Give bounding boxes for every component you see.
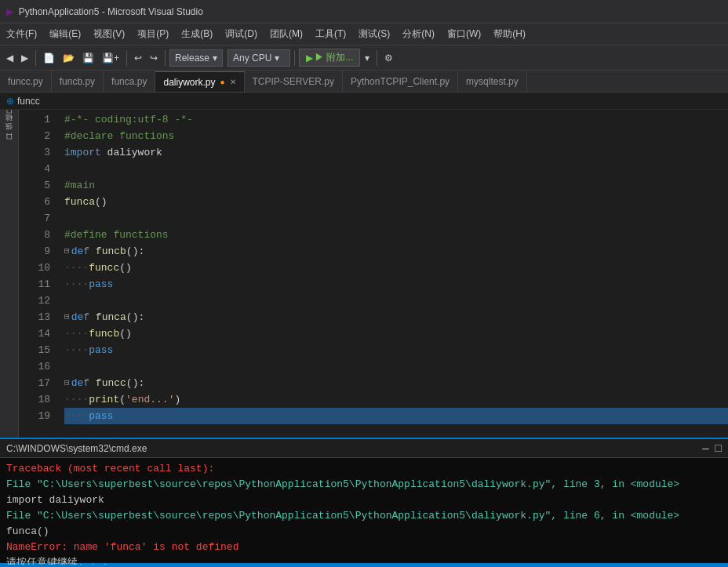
menu-item-help[interactable]: 帮助(H) <box>487 24 532 44</box>
terminal-panel: C:\WINDOWS\system32\cmd.exe — □ Tracebac… <box>0 438 728 563</box>
tab-daliywork-label: daliywork.py <box>163 77 215 88</box>
code-funcb-paren: () <box>119 325 132 342</box>
code-text-1: #-*- coding:utf-8 -*- <box>64 111 193 128</box>
tab-daliywork[interactable]: daliywork.py ● ✕ <box>155 71 244 92</box>
fold-icon-9[interactable]: ⊟ <box>64 243 70 260</box>
code-funcc-paren: () <box>119 260 132 276</box>
code-line-6: funca() <box>64 194 728 210</box>
menu-item-view[interactable]: 视图(V) <box>87 24 131 44</box>
line-num-2: 2 <box>19 128 50 144</box>
open-button[interactable]: 📂 <box>60 51 78 65</box>
platform-dropdown[interactable]: Any CPU ▾ <box>228 49 290 67</box>
separator-1 <box>35 50 36 66</box>
back-button[interactable]: ◀ <box>3 51 16 65</box>
menu-item-tools[interactable]: 工具(T) <box>309 24 352 44</box>
save-button[interactable]: 💾 <box>79 51 97 65</box>
menu-item-test[interactable]: 测试(S) <box>352 24 396 44</box>
menu-item-edit[interactable]: 编辑(E) <box>43 24 87 44</box>
tab-mysqltest-label: mysqltest.py <box>466 76 519 87</box>
tab-tcpip-server[interactable]: TCPIP-SERVER.py <box>245 71 343 92</box>
menu-item-build[interactable]: 生成(B) <box>175 24 219 44</box>
menu-item-window[interactable]: 窗口(W) <box>441 24 487 44</box>
code-line-19: ···· pass <box>64 408 728 424</box>
activity-text-2: 础 <box>4 126 14 127</box>
configuration-arrow: ▾ <box>213 53 217 64</box>
terminal-minimize-button[interactable]: — <box>702 442 708 455</box>
tab-funca[interactable]: funca.py <box>104 71 155 92</box>
separator-5 <box>377 50 377 66</box>
terminal-title: C:\WINDOWS\system32\cmd.exe <box>6 443 147 454</box>
line-numbers: 1 2 3 4 5 6 7 8 9 10 11 12 13 14 15 16 1… <box>19 110 58 438</box>
run-play-icon: ▶ <box>306 53 313 64</box>
code-editor[interactable]: #-*- coding:utf-8 -*- #declare functions… <box>58 110 728 438</box>
activity-bar: 口 础 强 口 <box>0 110 19 438</box>
code-import-kw: import <box>64 144 107 161</box>
tab-daliywork-close[interactable]: ✕ <box>230 78 236 86</box>
new-project-button[interactable]: 📄 <box>40 51 58 65</box>
platform-label: Any CPU <box>233 53 271 64</box>
fold-icon-13[interactable]: ⊟ <box>64 309 70 325</box>
code-funca-def: funca <box>96 309 126 325</box>
menu-item-team[interactable]: 团队(M) <box>264 24 309 44</box>
indent-18: ···· <box>64 391 89 408</box>
line-num-1: 1 <box>19 111 50 128</box>
attach-dropdown-button[interactable]: ▾ <box>362 51 373 65</box>
line-num-10: 10 <box>19 260 50 276</box>
code-funcb-call: funcb <box>89 325 119 342</box>
tab-funcc[interactable]: funcc.py <box>0 71 52 92</box>
tab-pythontcpip-client[interactable]: PythonTCPIP_Client.py <box>343 71 458 92</box>
code-line-17: ⊟ def funcc(): <box>64 375 728 391</box>
tab-funca-label: funca.py <box>111 76 147 87</box>
terminal-maximize-button[interactable]: □ <box>715 442 722 455</box>
code-funcc-sig: (): <box>126 375 144 391</box>
code-line-14: ···· funcb() <box>64 325 728 342</box>
tab-funcb[interactable]: funcb.py <box>52 71 104 92</box>
code-funcc-def: funcc <box>96 375 126 391</box>
code-line-7 <box>64 210 728 227</box>
menu-item-file[interactable]: 文件(F) <box>0 24 43 44</box>
code-print-paren-open: ( <box>119 391 126 408</box>
line-num-8: 8 <box>19 227 50 243</box>
save-all-button[interactable]: 💾+ <box>99 51 122 65</box>
terminal-title-bar: C:\WINDOWS\system32\cmd.exe — □ <box>0 439 728 458</box>
terminal-line-1: Traceback (most recent call last): <box>6 461 722 477</box>
editor-area: 口 础 强 口 1 2 3 4 5 6 7 8 9 10 11 12 13 14… <box>0 110 728 438</box>
code-def-9: def <box>71 243 96 260</box>
separator-2 <box>126 50 127 66</box>
toolbar: ◀ ▶ 📄 📂 💾 💾+ ↩ ↪ Release ▾ Any CPU ▾ ▶ ▶… <box>0 45 728 71</box>
menu-item-analyze[interactable]: 分析(N) <box>396 24 441 44</box>
activity-text-3: 强 <box>4 135 14 136</box>
redo-button[interactable]: ↪ <box>147 51 161 65</box>
terminal-line-3: import daliywork <box>6 492 722 508</box>
tab-funcc-label: funcc.py <box>8 76 43 87</box>
code-line-15: ···· pass <box>64 342 728 358</box>
code-funcb-sig: (): <box>126 243 144 260</box>
fold-icon-17[interactable]: ⊟ <box>64 375 70 391</box>
code-line-12 <box>64 293 728 309</box>
line-num-3: 3 <box>19 144 50 161</box>
forward-button[interactable]: ▶ <box>18 51 31 65</box>
run-label: ▶ 附加... <box>315 51 353 64</box>
code-funca-paren: () <box>95 194 107 210</box>
code-funca-call: funca <box>64 194 95 210</box>
extra-button[interactable]: ⚙ <box>381 51 396 65</box>
run-button[interactable]: ▶ ▶ 附加... <box>299 49 360 67</box>
indent-19: ···· <box>64 408 89 424</box>
code-line-8: #define functions <box>64 227 728 243</box>
configuration-label: Release <box>175 53 209 64</box>
code-funcc-call: funcc <box>89 260 119 276</box>
activity-text-1: 口 <box>4 118 14 118</box>
status-bar <box>0 563 728 567</box>
line-num-16: 16 <box>19 358 50 375</box>
undo-button[interactable]: ↩ <box>131 51 145 65</box>
menu-item-project[interactable]: 项目(P) <box>131 24 175 44</box>
tab-mysqltest[interactable]: mysqltest.py <box>458 71 527 92</box>
tab-daliywork-modified: ● <box>220 78 224 86</box>
configuration-dropdown[interactable]: Release ▾ <box>169 49 223 67</box>
breadcrumb-text[interactable]: funcc <box>17 96 40 107</box>
indent-15: ···· <box>64 342 89 358</box>
terminal-content[interactable]: Traceback (most recent call last): File … <box>0 458 728 565</box>
separator-4 <box>294 50 295 66</box>
menu-item-debug[interactable]: 调试(D) <box>219 24 264 44</box>
code-def-13: def <box>71 309 96 325</box>
